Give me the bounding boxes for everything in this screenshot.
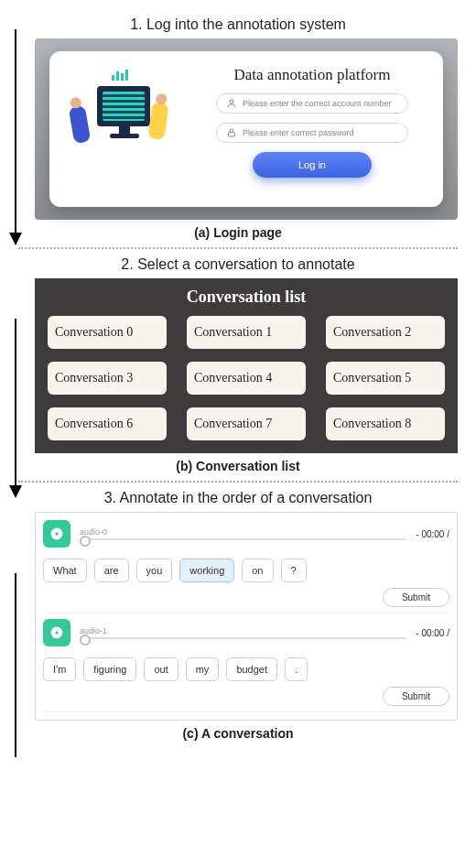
word-token[interactable]: are xyxy=(94,559,129,582)
conversation-item[interactable]: Conversation 7 xyxy=(187,407,306,440)
word-token[interactable]: out xyxy=(144,657,178,681)
audio-time: - 00:00 / xyxy=(416,529,449,539)
word-token[interactable]: budget xyxy=(226,657,277,681)
section-divider xyxy=(18,247,458,249)
word-token[interactable]: ? xyxy=(281,559,307,582)
token-row: I'mfiguringoutmybudget. xyxy=(43,657,449,681)
play-button[interactable] xyxy=(43,520,70,548)
svg-point-0 xyxy=(230,100,233,103)
audio-time: - 00:00 / xyxy=(416,628,449,638)
conversation-item[interactable]: Conversation 8 xyxy=(326,407,445,440)
submit-button[interactable]: Submit xyxy=(383,687,449,706)
caption-b: (b) Conversation list xyxy=(18,459,458,473)
account-field[interactable]: Please enter the correct account number xyxy=(216,93,408,114)
flow-arrow xyxy=(9,573,22,757)
audio-label: audio-0 xyxy=(80,527,406,537)
conversation-item[interactable]: Conversation 4 xyxy=(187,362,306,395)
password-placeholder: Please enter correct password xyxy=(243,128,354,137)
word-token[interactable]: figuring xyxy=(83,657,136,681)
audio-row: audio-1- 00:00 / xyxy=(43,619,449,646)
submit-row: Submit xyxy=(43,588,449,613)
step-title-3: 3. Annotate in the order of a conversati… xyxy=(18,490,458,506)
word-token[interactable]: What xyxy=(43,559,87,582)
user-icon xyxy=(226,98,237,109)
conversation-item[interactable]: Conversation 2 xyxy=(326,316,445,349)
word-token[interactable]: my xyxy=(186,657,220,681)
annotation-section: audio-0- 00:00 /Whatareyouworkingon?Subm… xyxy=(35,512,458,721)
play-icon xyxy=(50,527,63,540)
token-row: Whatareyouworkingon? xyxy=(43,559,449,582)
conversation-item[interactable]: Conversation 0 xyxy=(48,316,167,349)
audio-progress[interactable] xyxy=(80,538,406,540)
annotation-segment: audio-1- 00:00 /I'mfiguringoutmybudget.S… xyxy=(43,619,449,712)
conversation-item[interactable]: Conversation 6 xyxy=(48,407,167,440)
account-placeholder: Please enter the correct account number xyxy=(243,99,392,108)
step-title-2: 2. Select a conversation to annotate xyxy=(18,256,458,273)
play-icon xyxy=(50,626,63,639)
word-token[interactable]: on xyxy=(242,559,273,582)
password-field[interactable]: Please enter correct password xyxy=(216,123,408,143)
lock-icon xyxy=(226,127,237,138)
submit-button[interactable]: Submit xyxy=(383,588,449,607)
word-token[interactable]: I'm xyxy=(43,657,76,681)
audio-track[interactable]: audio-1 xyxy=(80,626,406,639)
svg-rect-1 xyxy=(229,133,235,137)
conversation-item[interactable]: Conversation 3 xyxy=(48,362,167,395)
annotation-segment: audio-0- 00:00 /Whatareyouworkingon?Subm… xyxy=(43,520,449,613)
step-title-1: 1. Log into the annotation system xyxy=(18,16,458,33)
audio-progress[interactable] xyxy=(80,637,406,639)
caption-c: (c) A conversation xyxy=(18,726,458,741)
login-section: Data annotation platform Please enter th… xyxy=(35,38,458,220)
login-button[interactable]: Log in xyxy=(253,152,372,178)
audio-track[interactable]: audio-0 xyxy=(80,527,406,540)
caption-a: (a) Login page xyxy=(18,225,458,240)
conversation-list-title: Conversation list xyxy=(48,288,445,307)
word-token[interactable]: you xyxy=(136,559,173,582)
conversation-list-section: Conversation list Conversation 0Conversa… xyxy=(35,278,458,453)
word-token[interactable]: working xyxy=(179,559,234,582)
flow-arrow xyxy=(9,319,22,498)
audio-row: audio-0- 00:00 / xyxy=(43,520,449,548)
section-divider xyxy=(18,481,458,483)
play-button[interactable] xyxy=(43,619,70,646)
audio-label: audio-1 xyxy=(80,626,406,635)
flow-arrow xyxy=(9,29,22,245)
login-illustration xyxy=(68,66,187,176)
conversation-item[interactable]: Conversation 5 xyxy=(326,362,445,395)
login-card: Data annotation platform Please enter th… xyxy=(49,51,443,207)
login-title: Data annotation platform xyxy=(234,66,391,84)
submit-row: Submit xyxy=(43,687,449,712)
conversation-item[interactable]: Conversation 1 xyxy=(187,316,306,349)
word-token[interactable]: . xyxy=(285,657,308,681)
